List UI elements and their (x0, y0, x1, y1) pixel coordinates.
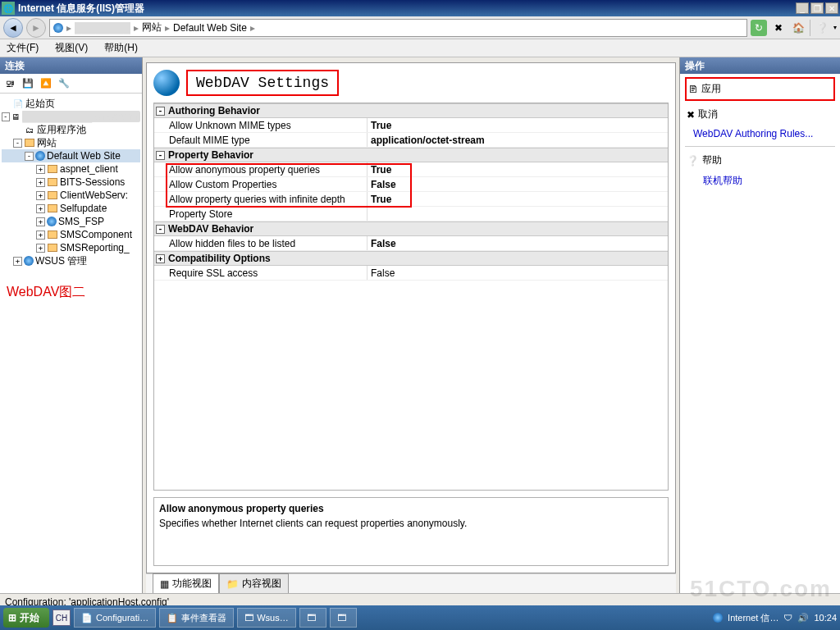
breadcrumb-sites[interactable]: 网站 (142, 21, 162, 34)
close-button[interactable]: ✕ (825, 2, 838, 14)
menu-help[interactable]: 帮助(H) (101, 39, 141, 57)
globe-icon (153, 70, 180, 96)
actions-header: 操作 (680, 57, 840, 74)
back-button[interactable]: ◄ (3, 18, 23, 38)
home-icon[interactable]: 🏠 (790, 20, 806, 36)
tree-server[interactable]: -🖥 ██████████(smsadmin (2, 110, 140, 123)
action-help[interactable]: ❔帮助 (685, 150, 835, 171)
chevron-right-icon: ▸ (134, 22, 139, 34)
main-area: 连接 🖳 💾 🔼 🔧 📄 起始页 -🖥 ██████████(smsadmin … (0, 57, 840, 593)
prop-row[interactable]: Allow property queries with infinite dep… (154, 192, 668, 207)
apply-icon: 🖹 (688, 84, 698, 95)
taskbar-item[interactable]: 🗔 (330, 608, 357, 628)
menu-view[interactable]: 视图(V) (52, 39, 91, 57)
tree-wsus[interactable]: + WSUS 管理 (2, 254, 140, 267)
expander-icon[interactable]: - (2, 112, 10, 121)
nav-toolbar: ◄ ► ▸ ████████ ▸ 网站 ▸ Default Web Site ▸… (0, 16, 840, 39)
up-icon[interactable]: 🔼 (39, 77, 52, 90)
tab-content-view[interactable]: 📁内容视图 (219, 573, 289, 593)
system-tray[interactable]: Internet 信… 🛡 🔊 10:24 (713, 612, 837, 624)
group-webdav-behavior[interactable]: -WebDAV Behavior (154, 221, 668, 236)
tree-site-child[interactable]: +aspnet_client (2, 162, 140, 176)
refresh-icon[interactable]: ↻ (751, 20, 767, 36)
group-compatibility-options[interactable]: +Compatibility Options (154, 251, 668, 266)
action-webdav-rules-link[interactable]: WebDAV Authoring Rules... (685, 125, 835, 143)
save-icon[interactable]: 💾 (21, 77, 34, 90)
tree-site-child[interactable]: +Selfupdate (2, 202, 140, 215)
prop-row[interactable]: Require SSL accessFalse (154, 266, 668, 281)
address-bar[interactable]: ▸ ████████ ▸ 网站 ▸ Default Web Site ▸ (49, 19, 747, 37)
taskbar-item[interactable]: 📄Configurati… (74, 608, 156, 628)
clock[interactable]: 10:24 (814, 613, 837, 623)
ime-indicator[interactable]: CH (52, 609, 71, 626)
prop-row[interactable]: Allow Custom PropertiesFalse (154, 177, 668, 192)
settings-icon[interactable]: 🔧 (57, 77, 71, 90)
tree-site-child[interactable]: +BITS-Sessions (2, 176, 140, 189)
features-icon: ▦ (160, 578, 169, 590)
taskbar-item[interactable]: 🗔 (299, 608, 326, 628)
prop-row[interactable]: Allow hidden files to be listedFalse (154, 236, 668, 251)
actions-panel: 操作 🖹应用 ✖取消 WebDAV Authoring Rules... ❔帮助… (679, 57, 840, 593)
start-button[interactable]: ⊞开始 (3, 608, 49, 628)
tree-sites[interactable]: - 网站 (2, 136, 140, 149)
connections-toolbar: 🖳 💾 🔼 🔧 (0, 74, 142, 94)
expander-icon[interactable]: - (13, 139, 22, 148)
tree-app-pools[interactable]: 🗂 应用程序池 (2, 123, 140, 136)
stop-icon[interactable]: ✖ (770, 20, 787, 36)
view-tabs: ▦功能视图 📁内容视图 (146, 573, 676, 593)
help-dropdown-icon[interactable]: ▾ (833, 24, 837, 31)
chevron-right-icon: ▸ (66, 22, 71, 34)
annotation-label: WebDAV图二 (2, 267, 140, 317)
tree-site-child[interactable]: +SMSReporting_ (2, 241, 140, 254)
prop-row[interactable]: Property Store (154, 207, 668, 221)
content-panel: WebDAV Settings -Authoring Behavior Allo… (146, 62, 676, 573)
action-apply[interactable]: 🖹应用 (687, 79, 833, 99)
globe-icon (53, 23, 63, 33)
tree-default-web-site[interactable]: - Default Web Site (2, 149, 140, 162)
tree-start-page[interactable]: 📄 起始页 (2, 97, 140, 110)
tab-features-view[interactable]: ▦功能视图 (153, 573, 219, 593)
connections-tree: 📄 起始页 -🖥 ██████████(smsadmin 🗂 应用程序池 - 网… (0, 94, 142, 593)
tray-icon[interactable]: 🛡 (783, 613, 792, 623)
windows-logo-icon: ⊞ (8, 612, 16, 623)
action-cancel[interactable]: ✖取消 (685, 104, 835, 125)
expander-icon[interactable]: + (13, 257, 22, 266)
group-property-behavior[interactable]: -Property Behavior (154, 148, 668, 162)
property-grid[interactable]: -Authoring Behavior Allow Unknown MIME t… (153, 103, 669, 491)
menu-bar: 文件(F) 视图(V) 帮助(H) (0, 39, 840, 57)
tree-site-child[interactable]: +SMSComponent (2, 228, 140, 241)
minimize-button[interactable]: _ (796, 2, 809, 14)
content-icon: 📁 (226, 578, 239, 590)
iis-tray-icon[interactable] (713, 613, 723, 623)
window-titlebar: 🌐 Internet 信息服务(IIS)管理器 _ ❐ ✕ (0, 0, 840, 16)
help-icon: ❔ (687, 155, 699, 167)
connections-header: 连接 (0, 57, 142, 74)
tree-site-child[interactable]: +ClientWebServ: (2, 189, 140, 202)
connect-icon[interactable]: 🖳 (3, 77, 16, 90)
desc-title: Allow anonymous property queries (159, 503, 663, 514)
tray-icon[interactable]: 🔊 (797, 613, 809, 623)
expander-icon[interactable]: - (25, 152, 34, 161)
app-icon: 🌐 (2, 2, 15, 15)
maximize-button[interactable]: ❐ (810, 2, 824, 14)
menu-file[interactable]: 文件(F) (3, 39, 42, 57)
breadcrumb-site[interactable]: Default Web Site (173, 22, 247, 34)
taskbar: ⊞开始 CH 📄Configurati… 📋事件查看器 🗔Wsus… 🗔 🗔 I… (0, 605, 840, 630)
group-authoring-behavior[interactable]: -Authoring Behavior (154, 103, 668, 118)
taskbar-item[interactable]: 📋事件查看器 (159, 608, 234, 628)
property-description: Allow anonymous property queries Specifi… (153, 497, 669, 566)
forward-button[interactable]: ► (26, 18, 46, 38)
tree-site-child[interactable]: +SMS_FSP (2, 215, 140, 228)
page-title: WebDAV Settings (186, 70, 339, 96)
prop-row[interactable]: Allow Unknown MIME typesTrue (154, 118, 668, 133)
server-name-redacted: ████████ (75, 22, 130, 34)
connections-panel: 连接 🖳 💾 🔼 🔧 📄 起始页 -🖥 ██████████(smsadmin … (0, 57, 143, 593)
action-online-help[interactable]: 联机帮助 (685, 171, 835, 191)
chevron-right-icon: ▸ (250, 22, 255, 34)
prop-row[interactable]: Default MIME typeapplication/octet-strea… (154, 133, 668, 148)
prop-row[interactable]: Allow anonymous property queriesTrue (154, 162, 668, 177)
taskbar-item[interactable]: 🗔Wsus… (237, 608, 296, 628)
help-icon[interactable]: ❔ (814, 20, 830, 36)
desc-body: Specifies whether Internet clients can r… (159, 518, 663, 529)
window-title: Internet 信息服务(IIS)管理器 (18, 2, 794, 16)
